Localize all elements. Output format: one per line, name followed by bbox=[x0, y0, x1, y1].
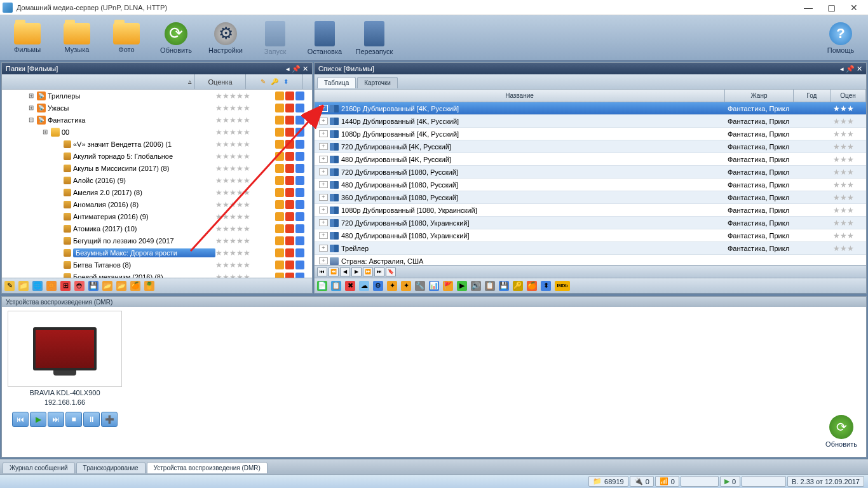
tree-item[interactable]: Безумный Макс: Дорога ярости★★★★★ bbox=[2, 247, 312, 259]
tree-item[interactable]: Акулий торнадо 5: Глобальное★★★★★ bbox=[2, 150, 312, 162]
tab-cards[interactable]: Карточки bbox=[357, 77, 398, 88]
row-rating[interactable]: ★★★ bbox=[831, 142, 866, 151]
col-rating-header[interactable]: Оцен bbox=[831, 90, 866, 102]
action-icon[interactable] bbox=[285, 92, 294, 100]
tool-icon[interactable]: 📁 bbox=[18, 281, 29, 291]
films-button[interactable]: Фильмы bbox=[4, 17, 51, 60]
action-icon[interactable] bbox=[295, 104, 304, 112]
folder-tree[interactable]: ⊞📡Триллеры★★★★★⊞📡Ужасы★★★★★⊟📡Фантастика★… bbox=[2, 90, 312, 278]
action-icon[interactable] bbox=[295, 116, 304, 125]
stop-button[interactable]: Остановка bbox=[301, 17, 348, 60]
tool-icon[interactable]: 📋 bbox=[331, 281, 341, 291]
action-icon[interactable] bbox=[275, 236, 284, 245]
action-icon[interactable] bbox=[275, 200, 284, 209]
tool-icon[interactable]: ⊞ bbox=[60, 281, 71, 291]
action-icon[interactable] bbox=[285, 176, 294, 185]
expand-toggle[interactable]: + bbox=[319, 181, 328, 188]
col-name-header[interactable]: Название bbox=[315, 90, 725, 102]
action-icon[interactable] bbox=[295, 188, 304, 197]
media-row[interactable]: +480 Дублированный [1080, Украинский]Фан… bbox=[315, 229, 866, 242]
action-icon[interactable] bbox=[275, 273, 284, 278]
nav-nextpage[interactable]: ⏩ bbox=[363, 268, 373, 276]
settings-button[interactable]: ⚙Настройки bbox=[202, 17, 249, 60]
tool-icon[interactable]: 🚩 bbox=[443, 281, 453, 291]
rating-stars[interactable]: ★★★★★ bbox=[215, 236, 268, 245]
close-button[interactable]: ✕ bbox=[843, 1, 865, 15]
rating-stars[interactable]: ★★★★★ bbox=[215, 248, 268, 257]
add-button[interactable]: ➕ bbox=[101, 412, 118, 427]
action-icon[interactable] bbox=[285, 261, 294, 269]
action-icon[interactable] bbox=[285, 248, 294, 257]
row-rating[interactable]: ★★★ bbox=[831, 168, 866, 177]
tree-item[interactable]: Битва Титанов (8)★★★★★ bbox=[2, 259, 312, 271]
tree-item[interactable]: ⊞📡Триллеры★★★★★ bbox=[2, 90, 312, 102]
action-icon[interactable] bbox=[295, 261, 304, 269]
tool-icon[interactable]: 🍍 bbox=[144, 281, 154, 291]
tool-icon[interactable]: 📊 bbox=[429, 281, 439, 291]
action-icon[interactable] bbox=[285, 116, 294, 125]
action-icon[interactable] bbox=[275, 152, 284, 161]
refresh-button[interactable]: ⟳Обновить bbox=[153, 17, 200, 60]
tree-item[interactable]: ⊞00★★★★★ bbox=[2, 126, 312, 138]
tool-icon[interactable]: ✦ bbox=[401, 281, 411, 291]
nav-last[interactable]: ⏭ bbox=[374, 268, 384, 276]
tree-sort-indicator[interactable]: ▵ bbox=[2, 74, 195, 90]
tab-dmr[interactable]: Устройства воспроизведения (DMR) bbox=[147, 462, 268, 474]
imdb-icon[interactable]: IMDb bbox=[555, 281, 570, 291]
dmr-device[interactable]: BRAVIA KDL-40LX900 192.168.1.66 ⏮ ▶ ⏭ ■ … bbox=[6, 311, 124, 453]
tool-icon[interactable]: 📂 bbox=[116, 281, 126, 291]
action-icon[interactable] bbox=[285, 200, 294, 209]
tree-item[interactable]: Боевой механизм (2016) (8)★★★★★ bbox=[2, 271, 312, 278]
action-icon[interactable] bbox=[295, 128, 304, 137]
action-icon[interactable] bbox=[275, 248, 284, 257]
tree-item[interactable]: Алойс (2016) (9)★★★★★ bbox=[2, 174, 312, 186]
tab-table[interactable]: Таблица bbox=[317, 77, 356, 88]
action-icon[interactable] bbox=[275, 116, 284, 125]
nav-prevpage[interactable]: ⏪ bbox=[329, 268, 339, 276]
rating-stars[interactable]: ★★★★★ bbox=[215, 104, 268, 112]
action-icon[interactable] bbox=[285, 236, 294, 245]
action-icon[interactable] bbox=[285, 273, 294, 278]
pin-icon[interactable]: ◂ 📌 ✕ bbox=[840, 65, 862, 73]
action-icon[interactable] bbox=[285, 152, 294, 161]
tool-icon[interactable]: ⚙ bbox=[373, 281, 383, 291]
next-track-button[interactable]: ⏭ bbox=[48, 412, 64, 427]
expand-toggle[interactable]: + bbox=[319, 168, 328, 175]
rating-stars[interactable]: ★★★★★ bbox=[215, 176, 268, 185]
expand-toggle[interactable]: + bbox=[319, 194, 328, 201]
tool-icon[interactable]: 📄 bbox=[317, 281, 327, 291]
tool-icon[interactable]: ⬍ bbox=[541, 281, 551, 291]
nav-bookmark[interactable]: 🔖 bbox=[386, 268, 396, 276]
play-icon[interactable]: ▶ bbox=[457, 281, 467, 291]
rating-stars[interactable]: ★★★★★ bbox=[215, 224, 268, 233]
tree-item[interactable]: ⊟📡Фантастика★★★★★ bbox=[2, 114, 312, 126]
tree-item[interactable]: Бегущий по лезвию 2049 (2017★★★★★ bbox=[2, 234, 312, 247]
restart-button[interactable]: Перезапуск bbox=[351, 17, 398, 60]
play-button[interactable]: ▶ bbox=[30, 412, 46, 427]
nav-first[interactable]: ⏮ bbox=[317, 268, 327, 276]
media-row[interactable]: +480 Дублированный [4K, Русский]Фантасти… bbox=[315, 153, 866, 166]
expand-toggle[interactable]: + bbox=[319, 257, 328, 264]
stop-playback-button[interactable]: ■ bbox=[65, 412, 82, 427]
action-icon[interactable] bbox=[275, 164, 284, 173]
action-icon[interactable] bbox=[295, 248, 304, 257]
action-icon[interactable] bbox=[295, 164, 304, 173]
row-rating[interactable]: ★★★ bbox=[831, 180, 866, 189]
col-year-header[interactable]: Год bbox=[794, 90, 831, 102]
minimize-button[interactable]: — bbox=[797, 1, 820, 15]
action-icon[interactable] bbox=[275, 140, 284, 149]
tool-icon[interactable]: ⛑ bbox=[74, 281, 85, 291]
media-list[interactable]: Название Жанр Год Оцен +2160p Дублирован… bbox=[315, 90, 866, 265]
expand-toggle[interactable]: + bbox=[319, 105, 328, 112]
tool-icon[interactable]: 💾 bbox=[88, 281, 98, 291]
tool-icon[interactable]: ✖ bbox=[345, 281, 355, 291]
media-row[interactable]: +360 Дублированный [1080, Русский]Фантас… bbox=[315, 191, 866, 204]
rating-stars[interactable]: ★★★★★ bbox=[215, 188, 268, 197]
action-icon[interactable] bbox=[285, 212, 294, 221]
media-row[interactable]: +720 Дублированный [1080, Русский]Фантас… bbox=[315, 166, 866, 179]
media-row[interactable]: +2160p Дублированный [4K, Русский]Фантас… bbox=[315, 102, 866, 115]
action-icon[interactable] bbox=[275, 212, 284, 221]
expand-toggle[interactable]: + bbox=[319, 156, 328, 163]
action-icon[interactable] bbox=[285, 104, 294, 112]
media-row[interactable]: +480 Дублированный [1080, Русский]Фантас… bbox=[315, 179, 866, 191]
